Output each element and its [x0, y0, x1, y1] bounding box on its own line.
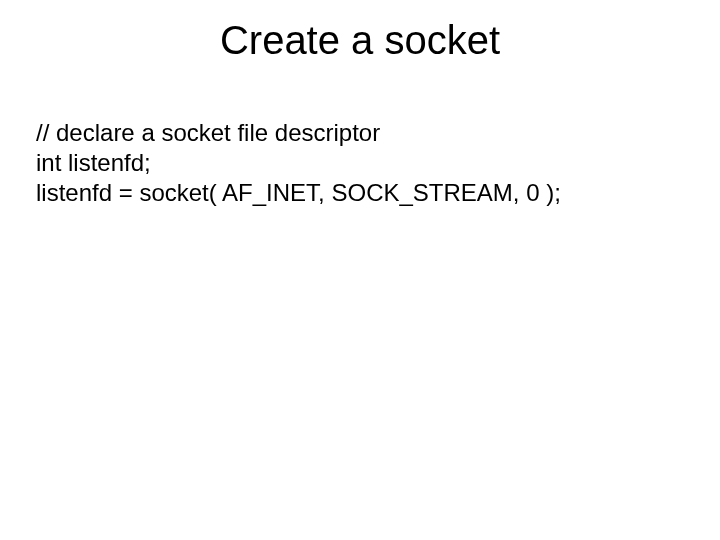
slide-title: Create a socket: [0, 18, 720, 63]
slide: Create a socket // declare a socket file…: [0, 0, 720, 540]
code-line: listenfd = socket( AF_INET, SOCK_STREAM,…: [36, 178, 684, 208]
slide-body: // declare a socket file descriptor int …: [36, 118, 684, 208]
code-line: int listenfd;: [36, 148, 684, 178]
code-line: // declare a socket file descriptor: [36, 118, 684, 148]
